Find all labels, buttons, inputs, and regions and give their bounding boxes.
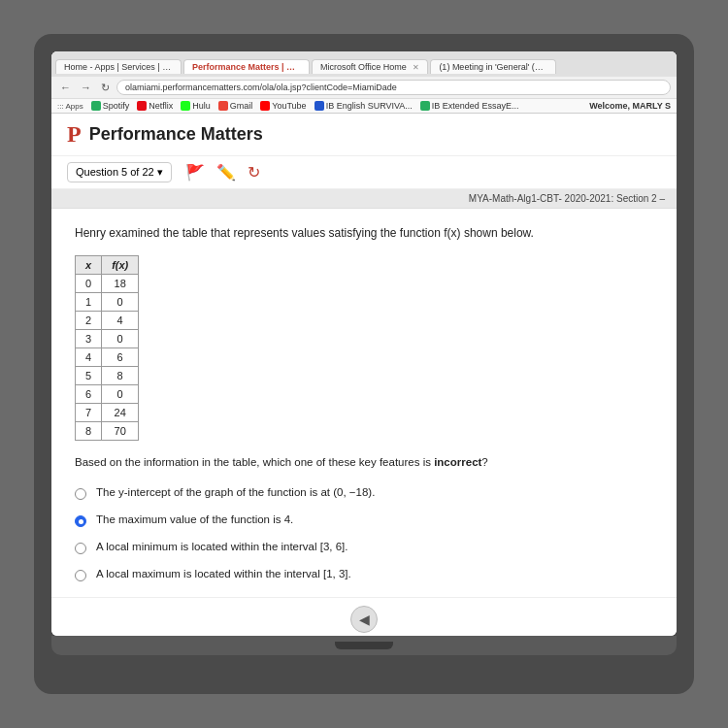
question-toolbar: Question 5 of 22 ▾ 🚩 ✏️ ↻ <box>51 156 677 189</box>
laptop-notch <box>335 642 393 649</box>
table-cell-2-0: 2 <box>76 312 102 330</box>
tab-1[interactable]: Performance Matters | OLA ✕ <box>183 59 310 74</box>
table-cell-3-1: 0 <box>102 330 139 348</box>
table-cell-6-0: 6 <box>76 385 102 404</box>
toolbar-icons: 🚩 ✏️ ↻ <box>183 163 262 182</box>
bookmarks-bar: ::: Apps Spotify Netflix Hulu Gmail <box>51 98 677 113</box>
bookmark-netflix-label: Netflix <box>149 101 173 111</box>
tab-1-label: Performance Matters | OLA <box>192 62 305 72</box>
table-cell-3-0: 3 <box>76 330 102 348</box>
table-row: 870 <box>76 422 139 441</box>
answer-text-a: The y-intercept of the graph of the func… <box>96 486 375 498</box>
youtube-icon <box>260 101 270 111</box>
table-row: 46 <box>76 348 139 367</box>
table-cell-7-1: 24 <box>102 404 139 422</box>
flag-icon-button[interactable]: 🚩 <box>183 163 207 182</box>
radio-c[interactable] <box>75 543 86 554</box>
bookmark-spotify-label: Spotify <box>103 101 130 111</box>
tab-2[interactable]: Microsoft Office Home ✕ <box>312 59 428 74</box>
section-label: MYA-Math-Alg1-CBT- 2020-2021: Section 2 … <box>51 189 677 209</box>
function-table: x f(x) 018102430465860724870 <box>75 255 139 441</box>
pencil-icon-button[interactable]: ✏️ <box>215 163 238 182</box>
bookmark-apps-label: ::: Apps <box>57 102 83 111</box>
table-cell-4-0: 4 <box>76 348 102 367</box>
page-header: P Performance Matters <box>51 114 677 156</box>
bookmark-ib-essay[interactable]: IB Extended EssayE... <box>420 101 519 111</box>
radio-d[interactable] <box>75 570 86 581</box>
tab-bar: Home - Apps | Services | Sites ✕ Perform… <box>51 51 677 77</box>
sub-question-text: Based on the information in the table, w… <box>75 454 653 471</box>
table-row: 10 <box>76 293 139 312</box>
table-cell-1-0: 1 <box>76 293 102 312</box>
tab-3-close[interactable]: ✕ <box>554 63 557 72</box>
table-row: 60 <box>76 385 139 404</box>
refresh-icon-button[interactable]: ↻ <box>246 163 262 182</box>
answers-list: The y-intercept of the graph of the func… <box>75 486 653 581</box>
answer-option-c[interactable]: A local minimum is located within the in… <box>75 541 653 554</box>
bookmark-youtube-label: YouTube <box>272 101 306 111</box>
bookmark-ib-english[interactable]: IB English SURVIVA... <box>314 101 413 111</box>
bookmark-gmail-label: Gmail <box>230 101 253 111</box>
section-label-text: MYA-Math-Alg1-CBT- 2020-2021: Section 2 … <box>469 193 665 204</box>
table-cell-2-1: 4 <box>102 312 139 330</box>
browser-screen: Home - Apps | Services | Sites ✕ Perform… <box>51 51 677 636</box>
answer-option-d[interactable]: A local maximum is located within the in… <box>75 568 653 581</box>
bookmark-spotify[interactable]: Spotify <box>91 101 130 111</box>
netflix-icon <box>137 101 147 111</box>
page-title: Performance Matters <box>89 124 263 145</box>
table-cell-1-1: 0 <box>102 293 139 312</box>
bookmark-hulu-label: Hulu <box>192 101 211 111</box>
table-cell-5-1: 8 <box>102 367 139 385</box>
radio-a[interactable] <box>75 488 86 500</box>
gmail-icon <box>218 101 228 111</box>
table-cell-0-1: 18 <box>102 275 139 293</box>
bookmark-youtube[interactable]: YouTube <box>260 101 306 111</box>
table-cell-8-1: 70 <box>102 422 139 441</box>
answer-option-b[interactable]: The maximum value of the function is 4. <box>75 513 653 527</box>
table-cell-7-0: 7 <box>76 404 102 422</box>
back-nav-button[interactable]: ◀ <box>350 606 378 633</box>
browser-chrome: Home - Apps | Services | Sites ✕ Perform… <box>51 51 677 114</box>
bottom-nav: ◀ <box>51 597 677 636</box>
back-button[interactable]: ← <box>57 81 74 94</box>
back-arrow-icon: ◀ <box>359 612 370 627</box>
laptop-base <box>51 636 677 655</box>
question-text: Henry examined the table that represents… <box>75 224 653 242</box>
table-row: 24 <box>76 312 139 330</box>
address-bar[interactable]: olamiami.performancematters.com/ola/ola.… <box>116 80 671 95</box>
tab-3-label: (1) Meeting in 'General' (B... <box>439 62 547 72</box>
table-cell-5-0: 5 <box>76 367 102 385</box>
welcome-text: Welcome, MARLY S <box>589 101 671 111</box>
forward-button[interactable]: → <box>78 81 94 94</box>
reload-button[interactable]: ↻ <box>98 81 113 95</box>
question-selector-label: Question 5 of 22 ▾ <box>76 166 163 179</box>
bookmark-ib-essay-label: IB Extended EssayE... <box>432 101 519 111</box>
hulu-icon <box>181 101 190 111</box>
answer-text-b: The maximum value of the function is 4. <box>96 513 293 525</box>
bookmark-apps[interactable]: ::: Apps <box>57 102 83 111</box>
table-cell-4-1: 6 <box>102 348 139 367</box>
question-area: Henry examined the table that represents… <box>51 209 677 597</box>
logo-icon: P <box>67 121 82 148</box>
answer-option-a[interactable]: The y-intercept of the graph of the func… <box>75 486 653 500</box>
bookmark-gmail[interactable]: Gmail <box>218 101 253 111</box>
radio-b[interactable] <box>75 515 86 527</box>
table-cell-0-0: 0 <box>76 275 102 293</box>
tab-3[interactable]: (1) Meeting in 'General' (B... ✕ <box>430 59 556 74</box>
table-row: 58 <box>76 367 139 385</box>
tab-2-close[interactable]: ✕ <box>413 63 419 72</box>
page-content: P Performance Matters Question 5 of 22 ▾… <box>51 114 677 636</box>
address-bar-row: ← → ↻ olamiami.performancematters.com/ol… <box>51 77 677 98</box>
bookmark-hulu[interactable]: Hulu <box>181 101 211 111</box>
table-header-x: x <box>76 256 102 275</box>
answer-text-d: A local maximum is located within the in… <box>96 568 351 579</box>
tab-0-label: Home - Apps | Services | Sites <box>64 62 182 72</box>
table-header-fx: f(x) <box>102 256 139 275</box>
table-row: 724 <box>76 404 139 422</box>
ib-english-icon <box>314 101 324 111</box>
bookmark-ib-english-label: IB English SURVIVA... <box>326 101 413 111</box>
question-selector[interactable]: Question 5 of 22 ▾ <box>67 162 172 182</box>
bookmark-netflix[interactable]: Netflix <box>137 101 173 111</box>
tab-0[interactable]: Home - Apps | Services | Sites ✕ <box>55 59 182 74</box>
table-cell-8-0: 8 <box>76 422 102 441</box>
